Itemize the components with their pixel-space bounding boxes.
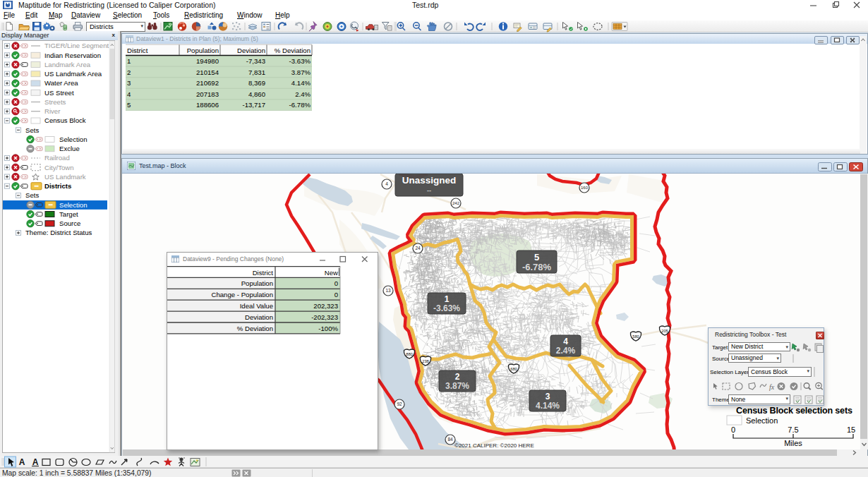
svg-text:160: 160 [581,186,589,190]
svg-text:194980: 194980 [196,57,219,65]
svg-text:US Street: US Street [44,89,74,97]
svg-text:0: 0 [731,425,735,434]
svg-text:©2021 CALIPER: ©2020 HERE: ©2021 CALIPER: ©2020 HERE [454,442,534,449]
svg-text:Population: Population [241,279,273,287]
svg-text:13: 13 [385,288,391,293]
svg-text:A: A [32,457,39,467]
svg-text:210692: 210692 [196,79,219,87]
svg-text:Selection: Selection [59,135,87,143]
svg-text:Sets: Sets [25,191,39,199]
svg-text:880: 880 [406,352,413,356]
svg-text:Census Block selection sets: Census Block selection sets [736,406,852,416]
svg-text:0: 0 [334,279,338,287]
svg-text:3.87%: 3.87% [291,68,311,76]
svg-text:Water Area: Water Area [44,79,78,87]
svg-text:-202,323: -202,323 [311,313,338,321]
svg-text:7,831: 7,831 [248,68,265,76]
svg-text:0: 0 [334,291,338,298]
svg-text:4: 4 [385,181,388,186]
svg-text:4.14%: 4.14% [291,79,311,87]
svg-text:5: 5 [127,101,131,109]
svg-text:-6.78%: -6.78% [289,101,311,109]
svg-text:202,323: 202,323 [313,302,338,310]
svg-text:Unassigned: Unassigned [402,175,457,186]
svg-text:Ideal Value: Ideal Value [240,302,273,310]
svg-text:Exclue: Exclue [59,145,80,152]
svg-text:15: 15 [847,425,855,434]
svg-text:4,860: 4,860 [248,90,265,98]
svg-text:Miles: Miles [784,439,802,447]
svg-text:US Landmark Area: US Landmark Area [44,70,102,78]
svg-text:Deviation: Deviation [245,313,273,321]
svg-text:District: District [127,47,148,54]
svg-text:TIGER/Line Segment: TIGER/Line Segment [44,42,109,49]
svg-text:Census Block: Census Block [44,116,86,124]
svg-text:District: District [253,269,274,277]
svg-text:% Deviation: % Deviation [275,47,311,54]
svg-text:4.14%: 4.14% [536,401,560,411]
svg-text:Landmark Area: Landmark Area [44,61,91,68]
svg-text:--: -- [427,187,431,194]
svg-text:2.4%: 2.4% [556,346,576,356]
svg-text:207183: 207183 [196,90,219,98]
svg-text:3.87%: 3.87% [445,381,469,391]
svg-text:205: 205 [661,329,668,333]
svg-text:84: 84 [447,437,453,442]
svg-text:-3.63%: -3.63% [433,303,460,313]
svg-text:-13,717: -13,717 [242,101,265,109]
svg-text:Change - Population: Change - Population [212,291,273,298]
svg-text:680: 680 [510,367,517,371]
svg-text:Population: Population [187,47,219,54]
svg-text:580: 580 [632,334,639,339]
svg-text:fx: fx [769,383,775,391]
svg-text:242: 242 [452,201,460,205]
svg-text:New: New [325,269,338,277]
svg-text:US Landmark: US Landmark [44,173,86,181]
svg-text:Selection: Selection [59,201,87,209]
svg-text:1: 1 [127,57,131,65]
svg-text:Deviation: Deviation [237,47,265,54]
svg-text:City/Town: City/Town [44,164,74,171]
svg-text:92: 92 [397,401,402,406]
svg-text:8,369: 8,369 [248,79,265,87]
svg-text:Target: Target [59,210,78,218]
svg-text:A: A [19,457,25,467]
svg-text:188606: 188606 [196,101,219,109]
svg-text:% Deviation: % Deviation [237,325,273,332]
svg-text:2: 2 [127,68,131,76]
svg-text:3: 3 [127,79,131,87]
svg-text:238: 238 [422,359,429,363]
svg-text:Railroad: Railroad [44,154,70,162]
svg-text:210154: 210154 [196,68,219,76]
svg-text:Districts: Districts [44,182,71,190]
svg-text:Indian Reservation: Indian Reservation [44,52,101,59]
svg-text:2.4%: 2.4% [295,90,311,98]
svg-text:-6.78%: -6.78% [522,262,552,272]
svg-text:24: 24 [415,246,421,250]
svg-text:-100%: -100% [318,325,338,332]
svg-text:-3.63%: -3.63% [289,57,311,65]
svg-text:4: 4 [127,90,131,98]
svg-text:Streets: Streets [44,98,66,106]
svg-text:Selection: Selection [746,416,778,425]
svg-text:River: River [44,107,61,115]
svg-text:-7,343: -7,343 [246,57,265,65]
svg-text:Theme: District Status: Theme: District Status [25,229,92,236]
svg-text:7.5: 7.5 [788,425,798,434]
svg-text:Source: Source [59,219,80,227]
svg-text:Sets: Sets [25,126,39,134]
